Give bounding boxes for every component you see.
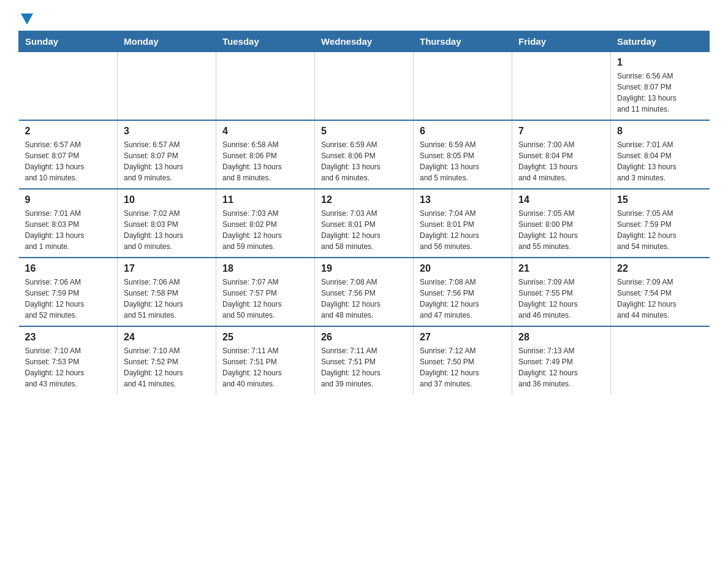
calendar-cell [19,52,118,121]
day-number: 9 [25,194,112,205]
calendar-cell: 1Sunrise: 6:56 AM Sunset: 8:07 PM Daylig… [611,52,710,121]
weekday-header-sunday: Sunday [19,31,118,52]
calendar-cell: 12Sunrise: 7:03 AM Sunset: 8:01 PM Dayli… [315,189,414,258]
day-number: 2 [25,126,112,137]
day-info: Sunrise: 7:07 AM Sunset: 7:57 PM Dayligh… [222,277,308,321]
calendar-cell [118,52,216,121]
calendar-cell: 4Sunrise: 6:58 AM Sunset: 8:06 PM Daylig… [216,120,315,189]
day-info: Sunrise: 7:09 AM Sunset: 7:55 PM Dayligh… [518,277,604,321]
calendar-cell: 24Sunrise: 7:10 AM Sunset: 7:52 PM Dayli… [118,326,216,394]
day-number: 15 [617,194,703,205]
day-info: Sunrise: 7:01 AM Sunset: 8:04 PM Dayligh… [617,139,703,183]
day-number: 5 [321,126,407,137]
day-number: 18 [222,263,308,274]
calendar-cell: 10Sunrise: 7:02 AM Sunset: 8:03 PM Dayli… [118,189,216,258]
day-info: Sunrise: 7:06 AM Sunset: 7:59 PM Dayligh… [25,277,112,321]
calendar-week-row: 2Sunrise: 6:57 AM Sunset: 8:07 PM Daylig… [19,120,710,189]
day-info: Sunrise: 6:57 AM Sunset: 8:07 PM Dayligh… [25,139,112,183]
calendar-cell: 9Sunrise: 7:01 AM Sunset: 8:03 PM Daylig… [19,189,118,258]
day-number: 8 [617,126,703,137]
day-number: 16 [25,263,112,274]
day-number: 6 [420,126,506,137]
day-number: 20 [420,263,506,274]
day-number: 13 [420,194,506,205]
day-info: Sunrise: 7:12 AM Sunset: 7:50 PM Dayligh… [420,345,506,389]
day-number: 4 [222,126,308,137]
day-info: Sunrise: 7:13 AM Sunset: 7:49 PM Dayligh… [518,345,604,389]
calendar-cell: 3Sunrise: 6:57 AM Sunset: 8:07 PM Daylig… [118,120,216,189]
weekday-header-monday: Monday [118,31,216,52]
weekday-header-saturday: Saturday [611,31,710,52]
calendar-cell: 11Sunrise: 7:03 AM Sunset: 8:02 PM Dayli… [216,189,315,258]
calendar-cell: 5Sunrise: 6:59 AM Sunset: 8:06 PM Daylig… [315,120,414,189]
calendar-cell: 16Sunrise: 7:06 AM Sunset: 7:59 PM Dayli… [19,258,118,326]
calendar-cell: 18Sunrise: 7:07 AM Sunset: 7:57 PM Dayli… [216,258,315,326]
day-info: Sunrise: 7:03 AM Sunset: 8:01 PM Dayligh… [321,208,407,252]
calendar-cell: 27Sunrise: 7:12 AM Sunset: 7:50 PM Dayli… [414,326,512,394]
calendar-cell: 8Sunrise: 7:01 AM Sunset: 8:04 PM Daylig… [611,120,710,189]
calendar-cell [414,52,512,121]
day-number: 24 [124,332,210,343]
calendar-cell: 2Sunrise: 6:57 AM Sunset: 8:07 PM Daylig… [19,120,118,189]
day-number: 26 [321,332,407,343]
day-number: 7 [518,126,604,137]
day-info: Sunrise: 6:56 AM Sunset: 8:07 PM Dayligh… [617,71,703,115]
day-info: Sunrise: 6:59 AM Sunset: 8:06 PM Dayligh… [321,139,407,183]
day-number: 11 [222,194,308,205]
day-info: Sunrise: 7:10 AM Sunset: 7:52 PM Dayligh… [124,345,210,389]
calendar-cell: 20Sunrise: 7:08 AM Sunset: 7:56 PM Dayli… [414,258,512,326]
calendar-cell: 23Sunrise: 7:10 AM Sunset: 7:53 PM Dayli… [19,326,118,394]
calendar-week-row: 23Sunrise: 7:10 AM Sunset: 7:53 PM Dayli… [19,326,710,394]
day-info: Sunrise: 7:09 AM Sunset: 7:54 PM Dayligh… [617,277,703,321]
calendar-header-row: SundayMondayTuesdayWednesdayThursdayFrid… [19,31,710,52]
calendar-cell [315,52,414,121]
calendar-cell [611,326,710,394]
day-info: Sunrise: 7:05 AM Sunset: 8:00 PM Dayligh… [518,208,604,252]
calendar-cell: 17Sunrise: 7:06 AM Sunset: 7:58 PM Dayli… [118,258,216,326]
weekday-header-friday: Friday [512,31,611,52]
calendar-cell: 26Sunrise: 7:11 AM Sunset: 7:51 PM Dayli… [315,326,414,394]
day-info: Sunrise: 7:00 AM Sunset: 8:04 PM Dayligh… [518,139,604,183]
calendar-cell [512,52,611,121]
day-number: 22 [617,263,703,274]
day-number: 27 [420,332,506,343]
weekday-header-thursday: Thursday [414,31,512,52]
day-number: 19 [321,263,407,274]
day-number: 3 [124,126,210,137]
day-number: 21 [518,263,604,274]
calendar-cell: 28Sunrise: 7:13 AM Sunset: 7:49 PM Dayli… [512,326,611,394]
page-header [18,12,710,25]
calendar-cell: 21Sunrise: 7:09 AM Sunset: 7:55 PM Dayli… [512,258,611,326]
day-info: Sunrise: 6:57 AM Sunset: 8:07 PM Dayligh… [124,139,210,183]
day-number: 12 [321,194,407,205]
day-number: 28 [518,332,604,343]
day-info: Sunrise: 7:08 AM Sunset: 7:56 PM Dayligh… [321,277,407,321]
day-number: 25 [222,332,308,343]
calendar-table: SundayMondayTuesdayWednesdayThursdayFrid… [18,31,710,394]
day-info: Sunrise: 7:05 AM Sunset: 7:59 PM Dayligh… [617,208,703,252]
calendar-week-row: 9Sunrise: 7:01 AM Sunset: 8:03 PM Daylig… [19,189,710,258]
day-number: 14 [518,194,604,205]
day-info: Sunrise: 7:06 AM Sunset: 7:58 PM Dayligh… [124,277,210,321]
calendar-cell: 13Sunrise: 7:04 AM Sunset: 8:01 PM Dayli… [414,189,512,258]
calendar-cell: 25Sunrise: 7:11 AM Sunset: 7:51 PM Dayli… [216,326,315,394]
day-info: Sunrise: 7:11 AM Sunset: 7:51 PM Dayligh… [321,345,407,389]
day-info: Sunrise: 7:04 AM Sunset: 8:01 PM Dayligh… [420,208,506,252]
calendar-cell: 14Sunrise: 7:05 AM Sunset: 8:00 PM Dayli… [512,189,611,258]
day-number: 17 [124,263,210,274]
day-number: 1 [617,57,703,68]
calendar-cell [216,52,315,121]
weekday-header-wednesday: Wednesday [315,31,414,52]
calendar-cell: 22Sunrise: 7:09 AM Sunset: 7:54 PM Dayli… [611,258,710,326]
calendar-week-row: 16Sunrise: 7:06 AM Sunset: 7:59 PM Dayli… [19,258,710,326]
logo-triangle-icon [21,13,33,25]
calendar-cell: 6Sunrise: 6:59 AM Sunset: 8:05 PM Daylig… [414,120,512,189]
day-number: 10 [124,194,210,205]
logo [18,12,33,25]
calendar-cell: 7Sunrise: 7:00 AM Sunset: 8:04 PM Daylig… [512,120,611,189]
day-info: Sunrise: 7:10 AM Sunset: 7:53 PM Dayligh… [25,345,112,389]
weekday-header-tuesday: Tuesday [216,31,315,52]
day-number: 23 [25,332,112,343]
day-info: Sunrise: 7:11 AM Sunset: 7:51 PM Dayligh… [222,345,308,389]
day-info: Sunrise: 7:01 AM Sunset: 8:03 PM Dayligh… [25,208,112,252]
